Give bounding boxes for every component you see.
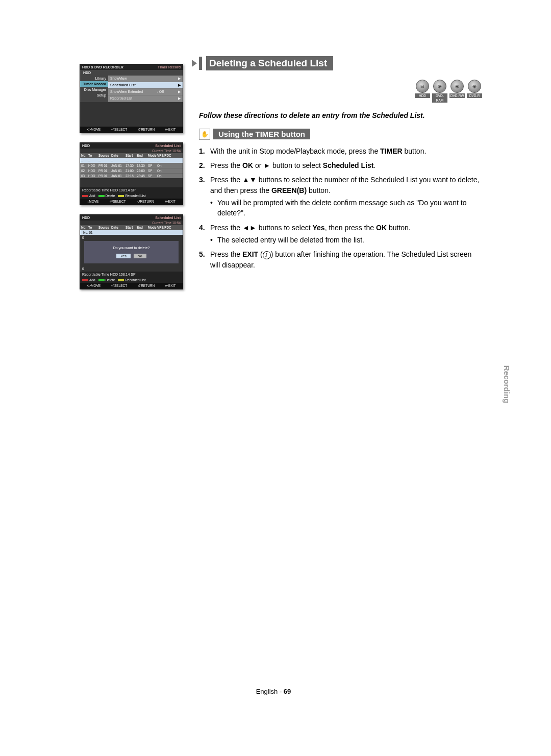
section-marker-icon	[199, 57, 202, 70]
selected-row-label: No. 01	[80, 230, 183, 235]
recordable-time: Recordable Time HDD 108:14 SP	[80, 187, 183, 193]
table-header: No. To Source Date Start End Mode VPS/PD…	[80, 225, 183, 230]
osd3-sub: HDD	[82, 216, 90, 220]
exit-icon: ⤴	[263, 251, 271, 259]
delete-dialog: Do you want to delete? Yes No	[84, 241, 179, 263]
recordable-time: Recordable Time HDD 108:14 SP	[80, 272, 183, 277]
legend: Add Delete Recorded List	[80, 193, 183, 199]
page-title: Deleting a Scheduled List	[206, 56, 333, 70]
page-footer: English - 69	[60, 688, 487, 695]
section-header: Deleting a Scheduled List	[199, 56, 482, 70]
step-5: Press the EXIT (⤴) button after finishin…	[199, 249, 482, 270]
step-3-bullet: You will be prompted with the delete con…	[210, 198, 482, 218]
osd-footer-hints: <>MOVE ⏎SELECT ↺RETURN ⇤EXIT	[80, 283, 183, 289]
step-1: With the unit in Stop mode/Playback mode…	[199, 146, 482, 156]
menu-item-timer-record[interactable]: Timer Record	[80, 81, 108, 87]
osd2-title-right: Scheduled List	[155, 144, 181, 148]
table-row[interactable]: 02 HDD PR 01 JAN 01 21:00 22:00 SP On	[80, 168, 183, 173]
table-row[interactable]: 03 HDD PR 01 JAN 01 23:15 23:45 SP On	[80, 173, 183, 178]
osd-left-menu: Library Timer Record Disc Manager Setup	[80, 76, 108, 102]
menu-item-setup[interactable]: Setup	[80, 92, 108, 98]
step-4: Press the ◄► buttons to select Yes, then…	[199, 223, 482, 246]
current-time: Current Time 10:54	[80, 149, 183, 153]
left-osd-column: HDD & DVD RECORDER Timer Record HDD Libr…	[80, 64, 182, 299]
submenu-showview-extended[interactable]: ShowView Extended : Off▶	[108, 89, 183, 95]
submenu-showview[interactable]: ShowView▶	[108, 76, 183, 82]
subsection-header: ✋ Using the TIMER button	[199, 129, 482, 140]
subsection-title: Using the TIMER button	[213, 129, 310, 139]
osd2-sub: HDD	[82, 144, 90, 148]
table-placeholder-row[interactable]: -- -- -- -- -- -- : -- -- --	[80, 158, 183, 163]
osd-sub: HDD	[80, 70, 183, 76]
submenu-recorded-list[interactable]: Recorded List▶	[108, 95, 183, 102]
osd-title-left: HDD & DVD RECORDER	[82, 65, 123, 69]
step-2: Press the OK or ► button to select Sched…	[199, 160, 482, 170]
dialog-text: Do you want to delete?	[86, 246, 177, 250]
table-header: No. To Source Date Start End Mode VPS/PD…	[80, 153, 183, 158]
current-time: Current Time 10:54	[80, 221, 183, 225]
step-3: Press the ▲▼ buttons to select the numbe…	[199, 175, 482, 218]
intro-text: Follow these directions to delete an ent…	[199, 111, 482, 120]
menu-item-library[interactable]: Library	[80, 76, 108, 81]
osd-title-right: Timer Record	[158, 65, 181, 69]
legend: Add Delete Recorded List	[80, 277, 183, 283]
dvd-rw-icon: ◉DVD-RW	[449, 80, 465, 103]
no-button[interactable]: No	[134, 254, 146, 258]
table-row[interactable]: 01 HDD PR 01 JAN 01 17:30 18:30 SP On	[80, 163, 183, 168]
hand-remote-icon: ✋	[199, 129, 210, 140]
menu-item-disc-manager[interactable]: Disc Manager	[80, 87, 108, 92]
osd-scheduled-list-panel: HDD Scheduled List Current Time 10:54 No…	[80, 142, 183, 205]
osd-delete-confirm-panel: HDD Scheduled List Current Time 10:54 No…	[80, 214, 183, 289]
hdd-icon: ⊟HDD	[415, 80, 430, 103]
side-caption: Recording	[503, 365, 511, 403]
osd3-title-right: Scheduled List	[155, 216, 181, 220]
yes-button[interactable]: Yes	[116, 254, 130, 258]
instructions-column: Deleting a Scheduled List ⊟HDD ◉DVD-RAM …	[199, 56, 482, 274]
submenu-scheduled-list[interactable]: Scheduled List▶	[108, 82, 183, 89]
osd-footer-hints: ↕MOVE ⏎SELECT ↺RETURN ⇤EXIT	[80, 199, 183, 205]
step-4-bullet: The selected entry will be deleted from …	[210, 235, 482, 245]
osd-right-menu: ShowView▶ Scheduled List▶ ShowView Exten…	[108, 76, 183, 102]
osd-footer-hints: <>MOVE ⏎SELECT ↺RETURN ⇤EXIT	[80, 127, 183, 133]
dvd-ram-icon: ◉DVD-RAM	[432, 80, 447, 103]
osd-menu-panel: HDD & DVD RECORDER Timer Record HDD Libr…	[80, 64, 183, 133]
media-icons: ⊟HDD ◉DVD-RAM ◉DVD-RW ◉DVD-R	[199, 80, 482, 103]
dvd-r-icon: ◉DVD-R	[467, 80, 482, 103]
steps-list: With the unit in Stop mode/Playback mode…	[199, 146, 482, 270]
